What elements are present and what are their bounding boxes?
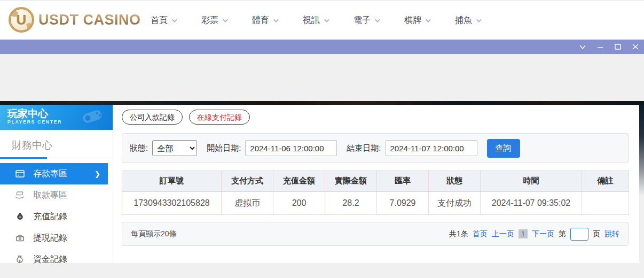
nav-item-video[interactable]: 視訊: [303, 15, 328, 26]
chevron-down-icon: [426, 17, 431, 22]
cell-status: 支付成功: [429, 192, 481, 215]
minimize-icon[interactable]: [596, 43, 604, 51]
col-payment-method: 支付方式: [222, 171, 273, 192]
start-date-input[interactable]: [245, 140, 337, 156]
status-select[interactable]: 全部: [152, 140, 197, 156]
section-divider: [0, 157, 113, 159]
cell-actual-amount: 28.2: [325, 192, 377, 215]
chevron-right-icon: ❯: [95, 170, 100, 178]
filter-bar: 狀態: 全部 開始日期: 結束日期: 查詢: [122, 133, 629, 163]
prev-page-link[interactable]: 上一页: [492, 229, 514, 239]
brand-name: USDT CASINO: [38, 12, 141, 28]
tab-online-payment-records[interactable]: 在線支付記錄: [189, 110, 250, 125]
jump-prefix-label: 第: [559, 229, 566, 239]
close-icon[interactable]: [631, 43, 640, 51]
start-date-label: 開始日期:: [207, 143, 241, 153]
nav-item-electronic[interactable]: 電子: [354, 15, 379, 26]
nav-item-home[interactable]: 首頁: [151, 15, 176, 26]
logo-ball-icon: U: [9, 7, 34, 33]
top-header: U USDT CASINO 首頁 彩票 體育 視訊 電子 棋牌 捕魚: [0, 0, 644, 40]
sidebar-item-funds-records[interactable]: 資金記錄: [0, 249, 113, 270]
chevron-down-icon: [273, 17, 279, 22]
chevron-down-icon: [172, 17, 177, 22]
col-exchange-rate: 匯率: [377, 171, 429, 192]
withdraw-record-icon: [15, 233, 25, 243]
sidebar-item-withdrawal-records[interactable]: 提現記錄: [0, 227, 113, 249]
sidebar-item-withdraw[interactable]: 取款專區: [0, 184, 113, 206]
chevron-down-icon: [324, 17, 329, 22]
recharge-record-icon: [15, 212, 25, 221]
funds-record-icon: [15, 254, 25, 264]
sidebar-item-label: 存款專區: [33, 168, 67, 180]
next-page-link[interactable]: 下一页: [532, 229, 554, 239]
table-row: 1730943302105828 虚拟币 200 28.2 7.0929 支付成…: [122, 192, 629, 215]
pagination-bar: 每頁顯示20條 共1条 首页 上一页 1 下一页 第 页 跳转: [122, 222, 629, 246]
background-edge-strip: [639, 105, 644, 196]
cell-payment-method: 虚拟币: [222, 192, 273, 215]
cell-recharge-amount: 200: [273, 192, 325, 215]
chevron-down-icon: [223, 17, 228, 22]
gamepad-icon: [78, 107, 106, 128]
nav-item-sports[interactable]: 體育: [252, 15, 277, 26]
table-header-row: 訂單號 支付方式 充值金額 實際金額 匯率 狀態 時間 備註: [122, 171, 629, 192]
status-label: 狀態:: [130, 143, 148, 153]
first-page-link[interactable]: 首页: [473, 229, 488, 239]
logo-monogram: U: [17, 13, 27, 27]
jump-suffix-label: 页: [593, 229, 600, 239]
col-order-number: 訂單號: [122, 171, 222, 192]
col-actual-amount: 實際金額: [325, 171, 377, 192]
sidebar-item-label: 取款專區: [33, 190, 67, 201]
end-date-input[interactable]: [386, 140, 477, 156]
brand-logo[interactable]: U USDT CASINO: [9, 7, 141, 33]
sidebar-item-recharge-records[interactable]: 充值記錄: [0, 206, 113, 227]
main-content: 公司入款記錄 在線支付記錄 狀態: 全部 開始日期: 結束日期: 查詢 訂單號 …: [113, 105, 639, 263]
window-titlebar: [0, 40, 644, 54]
nav-item-fishing[interactable]: 捕魚: [455, 15, 480, 26]
chevron-down-icon: [476, 17, 482, 22]
sidebar-item-label: 提現記錄: [33, 233, 67, 244]
players-center-banner: 玩家中心 PLAYERS CENTER: [0, 105, 113, 130]
withdraw-icon: [15, 190, 25, 200]
finance-center-heading: 財務中心: [12, 138, 113, 152]
sidebar-item-label: 充值記錄: [33, 211, 67, 222]
col-recharge-amount: 充值金額: [273, 171, 325, 192]
tab-company-deposit-records[interactable]: 公司入款記錄: [122, 110, 183, 125]
cell-time: 2024-11-07 09:35:02: [481, 192, 582, 215]
cell-remark: [582, 192, 629, 215]
nav-item-lottery[interactable]: 彩票: [201, 15, 226, 26]
main-nav: 首頁 彩票 體育 視訊 電子 棋牌 捕魚: [151, 1, 480, 40]
page-size-text: 每頁顯示20條: [131, 229, 177, 239]
maximize-icon[interactable]: [614, 43, 622, 51]
col-remark: 備註: [582, 171, 629, 192]
jump-page-input[interactable]: [570, 228, 588, 241]
current-page-badge: 1: [519, 229, 528, 238]
jump-button[interactable]: 跳转: [604, 229, 619, 239]
banner-strip: [0, 101, 644, 105]
chevron-down-icon: [375, 17, 380, 22]
col-status: 狀態: [429, 171, 481, 192]
cell-exchange-rate: 7.0929: [377, 192, 429, 215]
sidebar-item-label: 資金記錄: [33, 254, 67, 265]
cell-order-number: 1730943302105828: [122, 192, 222, 215]
end-date-label: 結束日期:: [347, 143, 381, 153]
records-table: 訂單號 支付方式 充值金額 實際金額 匯率 狀態 時間 備註 173094330…: [122, 170, 629, 215]
record-tabs: 公司入款記錄 在線支付記錄: [122, 110, 629, 125]
deposit-icon: [15, 169, 25, 179]
col-time: 時間: [481, 171, 582, 192]
chevron-down-icon[interactable]: [578, 43, 587, 51]
sidebar: 玩家中心 PLAYERS CENTER 財務中心 存款專區 ❯: [0, 105, 113, 263]
nav-item-cards[interactable]: 棋牌: [404, 15, 429, 26]
total-count-text: 共1条: [449, 229, 468, 239]
sidebar-item-deposit[interactable]: 存款專區 ❯: [0, 163, 108, 184]
search-button[interactable]: 查詢: [487, 139, 520, 158]
